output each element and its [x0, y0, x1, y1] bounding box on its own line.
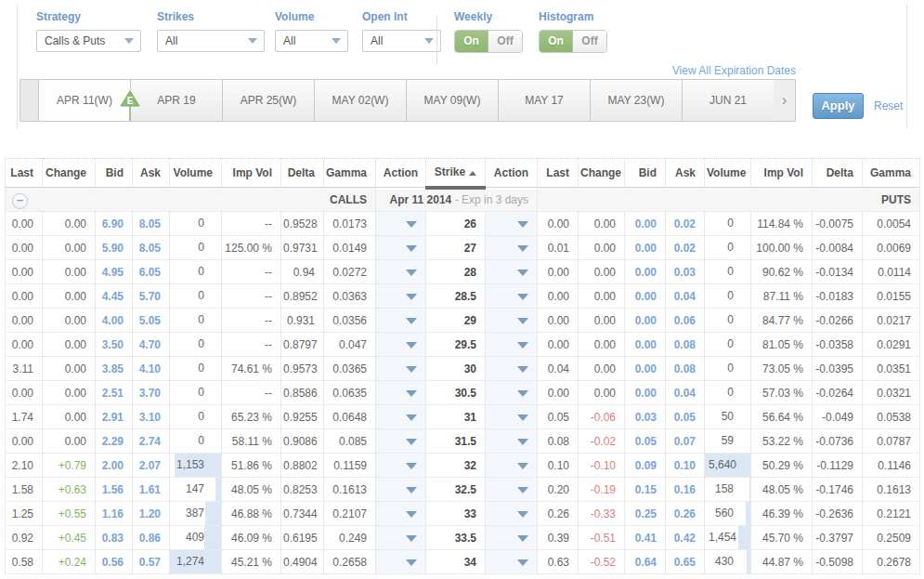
call-ask-cell[interactable]: 3.70 — [133, 381, 170, 405]
call-ask-cell[interactable]: 2.07 — [133, 454, 170, 478]
put-action-dropdown[interactable] — [486, 357, 538, 381]
put-action-dropdown[interactable] — [486, 260, 538, 284]
put-bid-cell[interactable]: 0.00 — [625, 212, 666, 236]
put-ask-cell[interactable]: 0.08 — [666, 357, 705, 381]
call-bid-cell[interactable]: 0.56 — [96, 550, 133, 574]
weekly-off-button[interactable]: Off — [488, 31, 522, 52]
put-action-dropdown[interactable] — [486, 212, 538, 236]
put-action-dropdown[interactable] — [486, 284, 538, 309]
call-ask-cell[interactable]: 8.05 — [133, 236, 170, 260]
expiration-tab-jun-21[interactable]: JUN 21 — [682, 79, 774, 122]
expiration-tab-apr-25-w-[interactable]: APR 25(W) — [222, 79, 314, 122]
call-ask-cell[interactable]: 1.20 — [133, 502, 170, 526]
call-action-dropdown[interactable] — [376, 236, 426, 260]
put-bid-cell[interactable]: 0.09 — [625, 454, 666, 478]
call-action-dropdown[interactable] — [376, 454, 426, 478]
put-ask-cell[interactable]: 0.02 — [666, 212, 705, 236]
put-ask-cell[interactable]: 0.26 — [666, 502, 705, 526]
put-ask-cell[interactable]: 0.07 — [666, 429, 705, 454]
call-bid-cell[interactable]: 2.91 — [96, 405, 133, 429]
strikes-select[interactable]: All — [157, 30, 265, 52]
call-bid-cell[interactable]: 1.16 — [96, 502, 133, 526]
put-action-dropdown[interactable] — [486, 333, 538, 357]
expiration-tab-may-17[interactable]: MAY 17 — [498, 79, 590, 122]
call-ask-cell[interactable]: 0.86 — [133, 526, 170, 550]
put-bid-cell[interactable]: 0.00 — [625, 236, 666, 260]
put-ask-cell[interactable]: 0.16 — [666, 478, 705, 502]
put-action-dropdown[interactable] — [486, 429, 538, 454]
put-action-dropdown[interactable] — [486, 405, 538, 429]
call-action-dropdown[interactable] — [376, 405, 426, 429]
call-bid-cell[interactable]: 2.29 — [96, 429, 133, 454]
put-action-dropdown[interactable] — [486, 550, 538, 574]
call-bid-cell[interactable]: 6.90 — [96, 212, 133, 236]
call-ask-cell[interactable]: 1.61 — [133, 478, 170, 502]
strike-column-header[interactable]: Strike — [426, 159, 486, 188]
expiration-tab-may-23-w-[interactable]: MAY 23(W) — [590, 79, 682, 122]
call-bid-cell[interactable]: 3.50 — [96, 333, 133, 357]
histogram-on-button[interactable]: On — [540, 31, 573, 52]
call-action-dropdown[interactable] — [376, 260, 426, 284]
volume-select[interactable]: All — [275, 30, 348, 52]
call-bid-cell[interactable]: 4.95 — [96, 260, 133, 284]
put-bid-cell[interactable]: 0.00 — [625, 333, 666, 357]
put-ask-cell[interactable]: 0.05 — [666, 405, 705, 429]
call-ask-cell[interactable]: 8.05 — [133, 212, 170, 236]
put-bid-cell[interactable]: 0.25 — [625, 502, 666, 526]
put-ask-cell[interactable]: 0.65 — [666, 550, 705, 574]
call-bid-cell[interactable]: 3.85 — [96, 357, 133, 381]
call-action-dropdown[interactable] — [376, 309, 426, 333]
call-ask-cell[interactable]: 4.10 — [133, 357, 170, 381]
view-all-expirations-link[interactable]: View All Expiration Dates — [672, 64, 796, 77]
next-expirations-arrow-icon[interactable]: › — [774, 79, 796, 122]
put-bid-cell[interactable]: 0.64 — [625, 550, 666, 574]
put-ask-cell[interactable]: 0.04 — [666, 381, 705, 405]
put-action-dropdown[interactable] — [486, 478, 538, 502]
call-action-dropdown[interactable] — [376, 357, 426, 381]
expiration-tab-may-09-w-[interactable]: MAY 09(W) — [406, 79, 498, 122]
call-action-dropdown[interactable] — [376, 212, 426, 236]
call-bid-cell[interactable]: 2.51 — [96, 381, 133, 405]
call-action-dropdown[interactable] — [376, 333, 426, 357]
put-ask-cell[interactable]: 0.04 — [666, 284, 705, 309]
put-action-dropdown[interactable] — [486, 236, 538, 260]
call-bid-cell[interactable]: 0.83 — [96, 526, 133, 550]
put-ask-cell[interactable]: 0.42 — [666, 526, 705, 550]
put-ask-cell[interactable]: 0.10 — [666, 454, 705, 478]
call-action-dropdown[interactable] — [376, 526, 426, 550]
call-bid-cell[interactable]: 4.00 — [96, 309, 133, 333]
put-bid-cell[interactable]: 0.00 — [625, 284, 666, 309]
put-bid-cell[interactable]: 0.00 — [625, 381, 666, 405]
put-ask-cell[interactable]: 0.02 — [666, 236, 705, 260]
expiration-tab-apr-19[interactable]: APR 19 — [130, 79, 222, 122]
put-bid-cell[interactable]: 0.15 — [625, 478, 666, 502]
call-action-dropdown[interactable] — [376, 478, 426, 502]
put-action-dropdown[interactable] — [486, 309, 538, 333]
call-ask-cell[interactable]: 4.70 — [133, 333, 170, 357]
put-bid-cell[interactable]: 0.00 — [625, 260, 666, 284]
call-ask-cell[interactable]: 5.70 — [133, 284, 170, 309]
put-bid-cell[interactable]: 0.00 — [625, 357, 666, 381]
weekly-on-button[interactable]: On — [455, 31, 488, 52]
put-ask-cell[interactable]: 0.06 — [666, 309, 705, 333]
put-bid-cell[interactable]: 0.41 — [625, 526, 666, 550]
expiration-tab-apr-11-w-[interactable]: APR 11(W) — [38, 79, 130, 122]
call-action-dropdown[interactable] — [376, 381, 426, 405]
put-action-dropdown[interactable] — [486, 502, 538, 526]
put-ask-cell[interactable]: 0.03 — [666, 260, 705, 284]
call-bid-cell[interactable]: 5.90 — [96, 236, 133, 260]
call-ask-cell[interactable]: 5.05 — [133, 309, 170, 333]
call-ask-cell[interactable]: 2.74 — [133, 429, 170, 454]
expiration-tab-may-02-w-[interactable]: MAY 02(W) — [314, 79, 406, 122]
put-action-dropdown[interactable] — [486, 526, 538, 550]
put-ask-cell[interactable]: 0.08 — [666, 333, 705, 357]
put-bid-cell[interactable]: 0.00 — [625, 309, 666, 333]
call-ask-cell[interactable]: 6.05 — [133, 260, 170, 284]
strategy-select[interactable]: Calls & Puts — [36, 30, 141, 52]
put-bid-cell[interactable]: 0.05 — [625, 429, 666, 454]
open-int-select[interactable]: All — [362, 30, 441, 52]
call-action-dropdown[interactable] — [376, 550, 426, 574]
call-bid-cell[interactable]: 4.45 — [96, 284, 133, 309]
apply-button[interactable]: Apply — [813, 93, 864, 119]
call-bid-cell[interactable]: 1.56 — [96, 478, 133, 502]
